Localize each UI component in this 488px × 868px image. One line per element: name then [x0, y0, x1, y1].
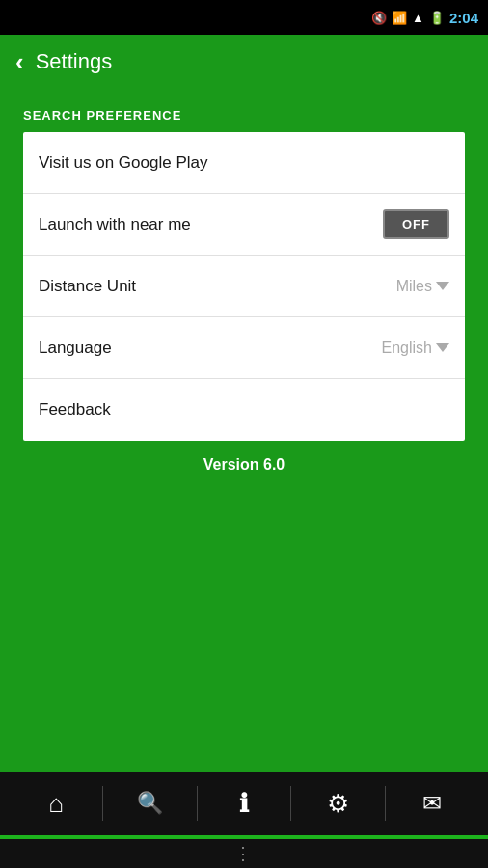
status-time: 2:04	[449, 10, 478, 26]
distance-unit-label: Distance Unit	[39, 277, 136, 296]
mail-icon: ✉	[422, 790, 442, 817]
gear-icon: ⚙	[327, 789, 349, 819]
section-header: SEARCH PREFERENCE	[23, 108, 465, 122]
language-text: English	[382, 339, 432, 357]
nav-dots-area: ⋮	[0, 839, 488, 868]
settings-card: Visit us on Google Play Launch with near…	[23, 132, 465, 441]
distance-unit-dropdown-icon	[436, 282, 449, 290]
language-item[interactable]: Language English	[23, 317, 465, 379]
nav-search[interactable]: 🔍	[103, 791, 196, 816]
nav-settings[interactable]: ⚙	[291, 789, 384, 819]
home-icon: ⌂	[48, 789, 64, 819]
nav-home[interactable]: ⌂	[10, 789, 102, 819]
language-value: English	[382, 339, 449, 357]
bottom-nav: ⌂ 🔍 ℹ ⚙ ✉ ⋮	[0, 772, 488, 868]
status-bar: 🔇 📶 ▲ 🔋 2:04	[0, 0, 488, 35]
google-play-item[interactable]: Visit us on Google Play	[23, 132, 465, 194]
version-text: Version 6.0	[23, 456, 465, 474]
launch-near-me-toggle[interactable]: OFF	[383, 209, 449, 239]
signal-icon: ▲	[412, 11, 424, 25]
mute-icon: 🔇	[371, 11, 387, 25]
nav-items: ⌂ 🔍 ℹ ⚙ ✉	[0, 772, 488, 835]
status-icons: 🔇 📶 ▲ 🔋 2:04	[371, 10, 478, 26]
toolbar-title: Settings	[36, 49, 113, 74]
distance-unit-value: Miles	[396, 278, 449, 295]
distance-unit-item[interactable]: Distance Unit Miles	[23, 256, 465, 317]
nav-active-bar	[322, 835, 420, 839]
toolbar: ‹ Settings	[0, 35, 488, 89]
launch-near-me-item[interactable]: Launch with near me OFF	[23, 194, 465, 256]
nav-active-indicator	[0, 835, 488, 839]
info-icon: ℹ	[239, 789, 249, 819]
nav-mail[interactable]: ✉	[386, 790, 478, 817]
feedback-item[interactable]: Feedback	[23, 379, 465, 441]
battery-icon: 🔋	[429, 11, 445, 25]
language-label: Language	[39, 339, 112, 358]
back-button[interactable]: ‹	[15, 47, 24, 77]
google-play-label: Visit us on Google Play	[39, 153, 207, 173]
launch-near-me-label: Launch with near me	[39, 215, 191, 234]
wifi-icon: 📶	[392, 11, 407, 25]
three-dots-icon[interactable]: ⋮	[234, 843, 254, 864]
nav-info[interactable]: ℹ	[198, 789, 290, 819]
language-dropdown-icon	[436, 343, 449, 352]
settings-content: SEARCH PREFERENCE Visit us on Google Pla…	[0, 89, 488, 493]
feedback-label: Feedback	[39, 400, 111, 420]
distance-unit-text: Miles	[396, 278, 432, 295]
search-icon: 🔍	[137, 791, 163, 816]
